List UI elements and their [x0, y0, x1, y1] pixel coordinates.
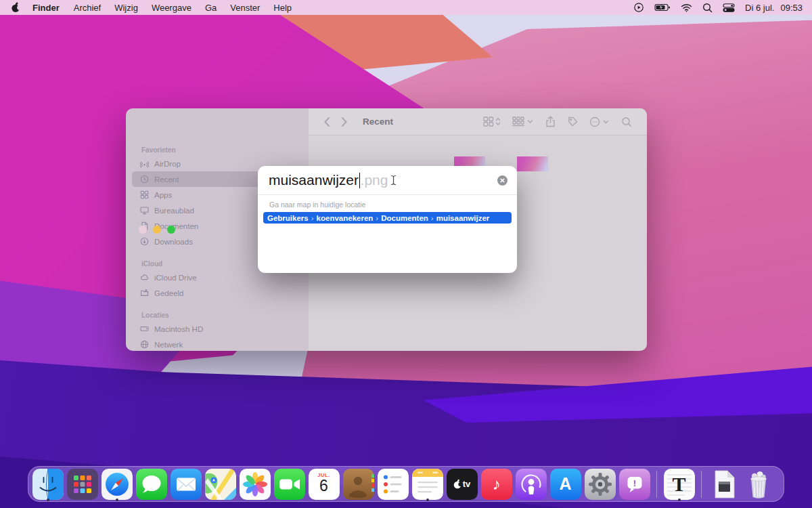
svg-text:!: ! — [633, 478, 635, 488]
clear-circle-icon[interactable]: ✕ — [497, 175, 508, 186]
dock-item-document-file[interactable] — [708, 466, 740, 502]
menu-bar: Finder Archief Wijzig Weergave Ga Venste… — [0, 0, 812, 15]
sidebar-item-label: Bureaublad — [154, 207, 194, 215]
input-value: muisaanwijzer — [269, 172, 359, 188]
more-actions-icon[interactable] — [589, 117, 610, 127]
running-indicator — [426, 499, 429, 501]
search-icon[interactable] — [621, 117, 632, 127]
dialog-section-label: Ga naar map in huidige locatie — [269, 200, 517, 209]
sidebar-item-macintosh-hd[interactable]: Macintosh HD — [132, 321, 302, 337]
running-indicator — [678, 499, 681, 501]
control-center-icon[interactable] — [723, 3, 735, 12]
icon-view-icon[interactable] — [483, 117, 501, 127]
cloud-icon — [140, 273, 149, 282]
dock-item-calendar[interactable]: JUL. 6 — [308, 466, 340, 502]
contacts-icon — [343, 469, 374, 500]
calendar-icon: JUL. 6 — [309, 469, 340, 500]
dock-item-texteditor[interactable]: T — [663, 466, 695, 502]
music-note-icon: ♪ — [493, 476, 501, 492]
share-icon[interactable] — [545, 116, 556, 127]
group-by-icon[interactable] — [512, 117, 534, 127]
hard-drive-icon — [140, 324, 149, 333]
shared-folder-icon — [140, 289, 149, 297]
menu-finder[interactable]: Finder — [25, 3, 67, 13]
dock-item-trash[interactable] — [742, 466, 774, 502]
sidebar-item-label: Recent — [154, 175, 179, 184]
wifi-icon[interactable] — [681, 3, 692, 12]
zoom-button[interactable] — [167, 226, 175, 234]
apple-logo-icon[interactable] — [11, 2, 21, 13]
dock-item-feedback-assistant[interactable]: ! — [618, 466, 650, 502]
apple-tv-icon: tv — [447, 469, 478, 500]
dock-item-finder[interactable] — [32, 466, 64, 502]
airdrop-icon — [140, 159, 149, 168]
menubar-clock[interactable]: 09:53 — [780, 3, 803, 13]
sidebar-item-label: Netwerk — [154, 341, 183, 349]
sidebar-item-gedeeld[interactable]: Gedeeld — [132, 285, 302, 301]
minimize-button[interactable] — [153, 226, 161, 234]
dock-item-reminders[interactable] — [377, 466, 409, 502]
finder-toolbar: Recent — [309, 108, 647, 135]
downloads-icon — [140, 237, 149, 246]
menu-archief[interactable]: Archief — [67, 3, 108, 13]
trash-icon — [743, 469, 774, 500]
sidebar-section-locaties: Locaties — [141, 312, 309, 319]
menubar-date[interactable]: Di 6 jul. — [745, 3, 774, 13]
path-segment: Gebruikers — [267, 214, 309, 222]
close-button[interactable] — [139, 226, 147, 234]
suggested-path-row[interactable]: Gebruikers › koenvanekeren › Documenten … — [263, 212, 512, 224]
menu-wijzig[interactable]: Wijzig — [108, 3, 145, 13]
back-chevron-icon[interactable] — [323, 117, 330, 127]
menu-ga[interactable]: Ga — [198, 3, 223, 13]
sidebar-item-label: Downloads — [154, 238, 193, 246]
dock-item-notes[interactable] — [411, 466, 443, 502]
dock-item-app-store[interactable]: A — [549, 466, 581, 502]
path-separator: › — [376, 214, 378, 222]
apps-grid-icon — [140, 190, 149, 199]
menu-help[interactable]: Help — [267, 3, 298, 13]
dock-item-photos[interactable] — [239, 466, 271, 502]
battery-icon[interactable] — [654, 3, 671, 12]
dock-item-launchpad[interactable] — [66, 466, 98, 502]
search-icon[interactable] — [702, 3, 713, 13]
dock-item-podcasts[interactable] — [515, 466, 547, 502]
dock-item-music[interactable]: ♪ — [480, 466, 512, 502]
document-file-icon — [708, 469, 740, 500]
texteditor-letter: T — [664, 469, 695, 500]
path-separator: › — [311, 214, 314, 222]
texteditor-icon: T — [664, 469, 695, 500]
go-to-folder-dialog: muisaanwijzer .png ✕ Ga naar map in huid… — [258, 166, 517, 273]
ibeam-cursor-icon — [390, 175, 397, 188]
window-title: Recent — [363, 117, 393, 127]
go-to-folder-input[interactable]: muisaanwijzer .png ✕ — [258, 166, 517, 195]
sidebar-item-label: Gedeeld — [154, 289, 183, 297]
sidebar-item-label: Macintosh HD — [154, 325, 203, 333]
messages-icon — [136, 469, 167, 500]
menu-venster[interactable]: Venster — [223, 3, 267, 13]
maps-icon — [205, 469, 236, 500]
dock-item-mail[interactable] — [170, 466, 202, 502]
dock-item-system-preferences[interactable] — [584, 466, 616, 502]
path-segment: muisaanwijzer — [436, 214, 490, 222]
feedback-assistant-icon: ! — [619, 469, 650, 500]
dock-item-messages[interactable] — [135, 466, 167, 502]
dock-item-maps[interactable] — [204, 466, 236, 502]
file-thumbnail[interactable] — [517, 156, 548, 171]
dock-item-safari[interactable] — [101, 466, 133, 502]
sidebar-item-label: AirDrop — [154, 160, 181, 168]
system-preferences-icon — [585, 469, 616, 500]
clock-icon — [140, 175, 149, 184]
finder-icon — [32, 469, 64, 500]
now-playing-icon[interactable] — [633, 2, 644, 13]
running-indicator — [47, 499, 49, 501]
dock-item-tv[interactable]: tv — [446, 466, 478, 502]
forward-chevron-icon[interactable] — [341, 117, 348, 127]
window-traffic-lights — [139, 226, 175, 234]
notes-icon — [412, 469, 443, 500]
desktop-icon — [140, 206, 149, 215]
menu-weergave[interactable]: Weergave — [145, 3, 198, 13]
tags-icon[interactable] — [567, 117, 578, 127]
sidebar-item-netwerk[interactable]: Netwerk — [132, 337, 302, 351]
dock-item-contacts[interactable] — [342, 466, 374, 502]
dock-item-facetime[interactable] — [273, 466, 305, 502]
